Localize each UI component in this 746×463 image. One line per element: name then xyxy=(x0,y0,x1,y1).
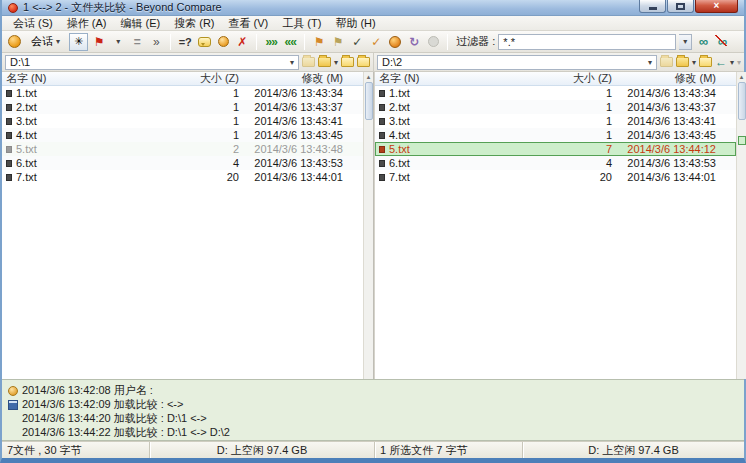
log-save-icon[interactable] xyxy=(8,400,18,410)
minimize-icon xyxy=(649,7,657,10)
menu-item[interactable]: 操作 (A) xyxy=(60,15,114,32)
file-icon xyxy=(6,90,12,97)
file-row[interactable]: 1.txt12014/3/6 13:43:34 xyxy=(2,86,363,100)
copy-to-right-icon[interactable]: »» xyxy=(263,33,279,50)
menu-item[interactable]: 会话 (S) xyxy=(6,15,60,32)
show-differences-icon[interactable]: ⚑ xyxy=(311,33,327,50)
title-bar[interactable]: 1 <--> 2 - 文件夹比较 - Beyond Compare × xyxy=(2,0,744,16)
file-icon xyxy=(379,160,385,167)
file-row[interactable]: 3.txt12014/3/6 13:43:41 xyxy=(375,114,736,128)
file-row[interactable]: 4.txt12014/3/6 13:43:45 xyxy=(2,128,363,142)
file-icon xyxy=(379,90,385,97)
menu-item[interactable]: 工具 (T) xyxy=(275,15,328,32)
flag-icon[interactable]: ⚑ xyxy=(91,33,107,50)
explore-folder-icon[interactable] xyxy=(357,57,370,67)
column-header[interactable]: 大小 (Z) xyxy=(560,72,612,86)
delete-icon[interactable]: ✗ xyxy=(234,33,250,50)
folder-dropdown-icon[interactable]: ▾ xyxy=(334,58,338,67)
file-row[interactable]: 7.txt202014/3/6 13:44:01 xyxy=(2,170,363,184)
filter-dropdown-button[interactable]: ▾ xyxy=(679,34,692,50)
file-row[interactable]: 2.txt12014/3/6 13:43:37 xyxy=(2,100,363,114)
chevron-down-icon: ▾ xyxy=(56,37,60,46)
file-row[interactable]: 5.txt72014/3/6 13:44:12 xyxy=(375,142,736,156)
home-orb-icon xyxy=(8,35,21,48)
scroll-up-icon[interactable]: ▴ xyxy=(740,72,744,82)
file-name: 4.txt xyxy=(16,129,37,141)
file-row[interactable]: 6.txt42014/3/6 13:43:53 xyxy=(375,156,736,170)
disabled-action-icon xyxy=(425,33,441,50)
file-icon xyxy=(379,174,385,181)
file-name: 1.txt xyxy=(16,87,37,99)
log-gutter xyxy=(4,383,22,440)
file-modified: 2014/3/6 13:44:01 xyxy=(612,171,716,183)
disabled-dropdown-icon: ▾ xyxy=(737,58,741,67)
glasses-icon[interactable]: ∞ xyxy=(695,33,711,50)
file-row[interactable]: 3.txt12014/3/6 13:43:41 xyxy=(2,114,363,128)
refresh-icon[interactable]: ↻ xyxy=(406,33,422,50)
menu-bar: 会话 (S)操作 (A)编辑 (E)搜索 (R)查看 (V)工具 (T)帮助 (… xyxy=(2,16,744,31)
menu-item[interactable]: 查看 (V) xyxy=(222,15,276,32)
browse-folder-icon[interactable] xyxy=(302,57,315,67)
menu-item[interactable]: 编辑 (E) xyxy=(113,15,167,32)
view-filter-toggle-button[interactable]: ✳ xyxy=(69,33,88,51)
maximize-button[interactable] xyxy=(667,0,694,13)
check-icon[interactable]: ✓ xyxy=(349,33,365,50)
open-folder-icon[interactable] xyxy=(676,57,689,67)
column-header[interactable]: 大小 (Z) xyxy=(187,72,239,86)
session-settings-icon[interactable] xyxy=(215,33,231,50)
file-row[interactable]: 5.txt22014/3/6 13:43:48 xyxy=(2,142,363,156)
right-file-list: 名字 (N)大小 (Z)修改 (M)1.txt12014/3/6 13:43:3… xyxy=(375,72,736,184)
left-file-list: 名字 (N)大小 (Z)修改 (M)1.txt12014/3/6 13:43:3… xyxy=(2,72,363,184)
column-header[interactable]: 修改 (M) xyxy=(239,72,343,86)
menu-item[interactable]: 帮助 (H) xyxy=(328,15,382,32)
file-row[interactable]: 7.txt202014/3/6 13:44:01 xyxy=(375,170,736,184)
scrollbar-thumb[interactable] xyxy=(738,82,746,120)
swap-sides-icon[interactable]: ← xyxy=(715,55,727,69)
sessions-button[interactable]: 会话 ▾ xyxy=(25,33,66,51)
rules-compare-icon[interactable]: =? xyxy=(177,33,193,50)
right-path-input[interactable]: D:\2 ▾ xyxy=(377,55,657,70)
red-slash-icon xyxy=(715,35,727,46)
left-path-input[interactable]: D:\1 ▾ xyxy=(5,55,299,70)
scroll-up-icon[interactable]: ▴ xyxy=(367,72,371,82)
close-button[interactable]: × xyxy=(695,0,738,13)
file-row[interactable]: 4.txt12014/3/6 13:43:45 xyxy=(375,128,736,142)
glasses-off-icon[interactable]: ∞ xyxy=(714,33,730,50)
open-folder-icon[interactable] xyxy=(318,57,331,67)
column-header[interactable]: 名字 (N) xyxy=(375,72,560,86)
menu-item[interactable]: 搜索 (R) xyxy=(167,15,221,32)
copy-to-left-icon[interactable]: «« xyxy=(282,33,298,50)
filter-input[interactable]: *.* xyxy=(498,34,676,50)
browse-folder-icon[interactable] xyxy=(660,57,673,67)
comment-icon[interactable] xyxy=(196,33,212,50)
equals-icon[interactable]: = xyxy=(129,33,145,50)
toolbar-overflow-icon[interactable]: » xyxy=(148,33,164,50)
parent-folder-icon[interactable] xyxy=(341,57,354,67)
chevron-down-icon[interactable]: ▾ xyxy=(290,58,294,67)
folder-dropdown-icon[interactable]: ▾ xyxy=(692,58,696,67)
flag-dropdown-icon[interactable]: ▾ xyxy=(110,33,126,50)
chevron-down-icon[interactable]: ▾ xyxy=(648,58,652,67)
file-modified: 2014/3/6 13:43:45 xyxy=(239,129,343,141)
file-row[interactable]: 6.txt42014/3/6 13:43:53 xyxy=(2,156,363,170)
file-size: 20 xyxy=(560,171,612,183)
check-orange-icon[interactable]: ✓ xyxy=(368,33,384,50)
diff-location-marker[interactable] xyxy=(738,136,746,145)
file-name-cell: 4.txt xyxy=(375,129,560,141)
show-same-icon[interactable]: ⚑ xyxy=(330,33,346,50)
file-row[interactable]: 2.txt12014/3/6 13:43:37 xyxy=(375,100,736,114)
file-row[interactable]: 1.txt12014/3/6 13:43:34 xyxy=(375,86,736,100)
left-scrollbar[interactable]: ▴ xyxy=(363,72,373,379)
right-scrollbar[interactable]: ▴ xyxy=(736,72,746,379)
column-header[interactable]: 名字 (N) xyxy=(2,72,187,86)
file-name: 3.txt xyxy=(16,115,37,127)
scrollbar-thumb[interactable] xyxy=(365,82,373,120)
sync-orb-icon[interactable] xyxy=(387,33,403,50)
column-header[interactable]: 修改 (M) xyxy=(612,72,716,86)
bc-home-icon[interactable] xyxy=(6,33,22,50)
swap-dropdown-icon[interactable]: ▾ xyxy=(730,58,734,67)
parent-folder-icon[interactable] xyxy=(699,57,712,67)
file-icon xyxy=(6,118,12,125)
right-path-bar: D:\2 ▾ ▾ ← ▾ ▾ xyxy=(373,53,744,71)
minimize-button[interactable] xyxy=(639,0,666,13)
